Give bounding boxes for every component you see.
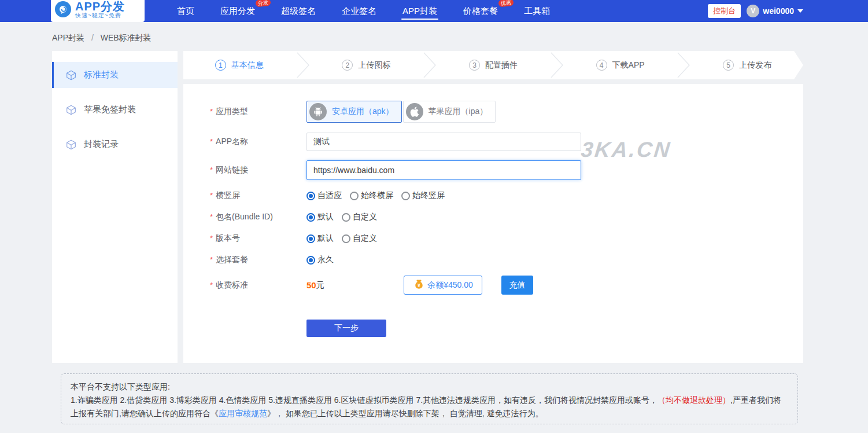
step-download-app: 4 下载APP (564, 51, 677, 79)
nav-item-app-distribution[interactable]: 应用分发 分发 (220, 0, 255, 22)
logo-tagline: 快速~稳定~免费 (75, 12, 125, 20)
page: APP分发 快速~稳定~免费 首页 应用分发 分发 超级签名 企业签名 APP封… (0, 0, 868, 433)
radio-icon (306, 213, 315, 222)
app-type-ios-button[interactable]: 苹果应用（ipa） (403, 101, 496, 123)
app-type-android-button[interactable]: 安卓应用（apk） (306, 101, 402, 123)
sidebar-item-label: 封装记录 (84, 139, 119, 150)
step-number: 1 (215, 60, 226, 71)
price-label: *收费标准 (210, 280, 306, 291)
notice-title: 本平台不支持以下类型应用: (71, 380, 788, 394)
bundle-custom-radio[interactable]: 自定义 (342, 212, 377, 222)
cube-icon (65, 139, 77, 151)
radio-icon (306, 256, 315, 265)
site-url-input[interactable] (306, 160, 581, 180)
step-basic-info: 1 基本信息 (183, 51, 296, 79)
svg-text:¥: ¥ (418, 282, 420, 288)
balance-display: ¥ 余额¥450.00 (404, 276, 482, 295)
step-configure-plugins: 3 配置插件 (437, 51, 549, 79)
logo-title: APP分发 (75, 1, 125, 12)
apple-icon (406, 103, 423, 120)
orientation-label: *横竖屏 (210, 190, 306, 201)
step-number: 4 (596, 60, 607, 71)
android-icon (309, 103, 327, 120)
version-custom-radio[interactable]: 自定义 (342, 233, 377, 244)
step-upload-icon: 2 上传图标 (311, 51, 423, 79)
nav-item-toolbox[interactable]: 工具箱 (524, 0, 550, 22)
review-guidelines-link[interactable]: 应用审核规范 (219, 409, 267, 418)
version-default-radio[interactable]: 默认 (306, 233, 334, 244)
version-label: *版本号 (210, 233, 306, 244)
nav-item-pricing[interactable]: 价格套餐 优惠 (463, 0, 498, 22)
console-button[interactable]: 控制台 (708, 4, 741, 18)
breadcrumb-web-standard[interactable]: WEB标准封装 (101, 33, 152, 42)
step-number: 3 (469, 60, 480, 71)
breadcrumb-separator: / (91, 33, 94, 42)
radio-icon (342, 234, 350, 243)
money-bag-icon: ¥ (413, 278, 425, 292)
step-chevron-icon (422, 51, 437, 79)
sidebar: 标准封装 苹果免签封装 封装记录 (52, 51, 178, 363)
user-name: wei0000 (763, 6, 794, 16)
navbar-right: 控制台 V wei0000 (708, 0, 803, 22)
recharge-button[interactable]: 充值 (501, 276, 533, 295)
sidebar-item-apple-free-sign[interactable]: 苹果免签封装 (52, 97, 178, 123)
step-chevron-icon (676, 51, 691, 79)
orientation-portrait-radio[interactable]: 始终竖屏 (401, 190, 445, 201)
wizard-steps: 1 基本信息 2 上传图标 3 配置插件 4 下载APP 5 上传发布 (183, 51, 803, 79)
top-navbar: APP分发 快速~稳定~免费 首页 应用分发 分发 超级签名 企业签名 APP封… (0, 0, 868, 22)
step-chevron-icon (549, 51, 564, 79)
nav-item-app-packaging[interactable]: APP封装 (402, 0, 437, 22)
step-upload-publish: 5 上传发布 (691, 51, 803, 79)
radio-icon (401, 192, 410, 200)
nav-item-enterprise-signature[interactable]: 企业签名 (342, 0, 376, 22)
radio-icon (350, 192, 359, 200)
nav-item-home[interactable]: 首页 (177, 0, 194, 22)
cube-icon (65, 69, 77, 81)
package-label: *选择套餐 (210, 255, 306, 265)
orientation-landscape-radio[interactable]: 始终横屏 (350, 190, 393, 201)
policy-notice: 本平台不支持以下类型应用: 1.诈骗类应用 2.借贷类应用 3.博彩类应用 4.… (61, 373, 798, 424)
logo-icon (54, 1, 72, 20)
balance-text: 余额¥450.00 (427, 280, 473, 291)
watermark: 3KA.CN (580, 138, 673, 162)
bundle-default-radio[interactable]: 默认 (306, 212, 334, 222)
price-amount: 50 (306, 280, 316, 290)
price-unit: 元 (316, 280, 324, 291)
form-panel: *应用类型 安卓应用（apk） (183, 84, 803, 363)
step-chevron-icon (296, 51, 311, 79)
distribution-badge: 分发 (255, 0, 271, 7)
step-number: 2 (342, 60, 353, 71)
package-permanent-radio[interactable]: 永久 (306, 255, 334, 265)
user-menu[interactable]: V wei0000 (747, 5, 803, 17)
site-url-label: *网站链接 (210, 165, 306, 175)
app-type-label: *应用类型 (210, 107, 306, 117)
radio-icon (306, 234, 315, 243)
nav-menu: 首页 应用分发 分发 超级签名 企业签名 APP封装 价格套餐 优惠 工具箱 (177, 0, 550, 22)
chevron-down-icon (797, 9, 803, 13)
bundle-id-label: *包名(Bundle ID) (210, 212, 306, 222)
orientation-adaptive-radio[interactable]: 自适应 (306, 190, 342, 201)
app-name-input[interactable] (306, 133, 581, 151)
notice-body: 1.诈骗类应用 2.借贷类应用 3.博彩类应用 4.色情类应用 5.违规直播类应… (71, 394, 788, 420)
next-step-button[interactable]: 下一步 (306, 320, 386, 337)
logo[interactable]: APP分发 快速~稳定~免费 (51, 0, 145, 22)
sidebar-item-label: 标准封装 (84, 69, 119, 80)
sidebar-item-packaging-records[interactable]: 封装记录 (52, 131, 178, 157)
radio-icon (306, 192, 315, 200)
step-number: 5 (723, 60, 734, 71)
nav-item-super-signature[interactable]: 超级签名 (281, 0, 316, 22)
sidebar-item-standard-packaging[interactable]: 标准封装 (52, 62, 178, 88)
no-refund-warning: （均不做退款处理） (658, 395, 730, 405)
radio-icon (342, 213, 350, 222)
pricing-badge: 优惠 (498, 0, 514, 7)
breadcrumb-app-packaging[interactable]: APP封装 (52, 33, 84, 42)
cube-icon (65, 104, 77, 116)
breadcrumb: APP封装 / WEB标准封装 (52, 33, 152, 43)
app-name-label: *APP名称 (210, 137, 306, 147)
sidebar-item-label: 苹果免签封装 (84, 104, 136, 115)
avatar: V (747, 5, 759, 17)
